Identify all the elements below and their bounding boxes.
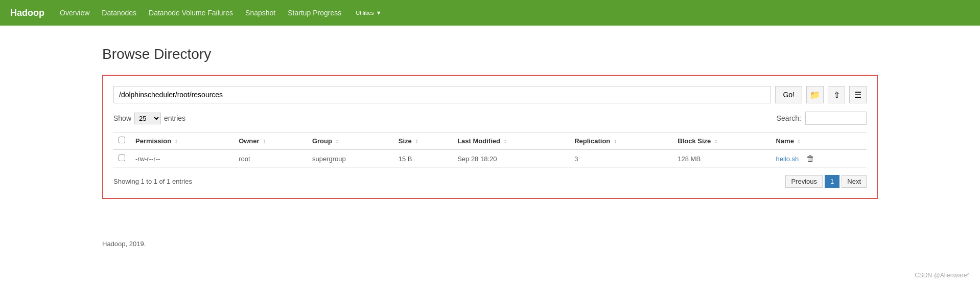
col-size-header: Size ↕ — [393, 133, 452, 150]
search-right: Search: — [777, 112, 867, 125]
col-owner-header: Owner ↕ — [234, 133, 307, 150]
path-row: Go! 📁 ⇧ ☰ — [113, 86, 867, 103]
nav-startup-progress[interactable]: Startup Progress — [288, 9, 341, 17]
select-all-checkbox[interactable] — [119, 137, 125, 143]
search-input[interactable] — [805, 112, 867, 125]
sort-size-icon[interactable]: ↕ — [415, 138, 418, 145]
delete-icon[interactable]: 🗑 — [806, 154, 814, 163]
row-last-modified: Sep 28 18:20 — [452, 149, 569, 168]
list-icon-button[interactable]: ☰ — [849, 86, 867, 103]
navbar: Hadoop Overview Datanodes Datanode Volum… — [0, 0, 980, 26]
replication-label: Replication — [574, 137, 610, 145]
name-label: Name — [776, 137, 794, 145]
row-checkbox-col — [113, 149, 130, 168]
nav-snapshot[interactable]: Snapshot — [245, 9, 275, 17]
search-label: Search: — [777, 114, 801, 122]
path-input[interactable] — [113, 86, 771, 103]
owner-label: Owner — [239, 137, 259, 145]
permission-label: Permission — [135, 137, 171, 145]
sort-last-modified-icon[interactable]: ↕ — [504, 138, 507, 145]
next-button[interactable]: Next — [842, 175, 867, 188]
row-checkbox[interactable] — [119, 155, 125, 161]
page-title: Browse Directory — [102, 46, 878, 62]
col-last-modified-header: Last Modified ↕ — [452, 133, 569, 150]
select-all-col — [113, 133, 130, 150]
col-permission-header: Permission ↕ — [130, 133, 234, 150]
sort-group-icon[interactable]: ↕ — [336, 138, 339, 145]
upload-icon-button[interactable]: ⇧ — [828, 86, 845, 103]
list-icon: ☰ — [854, 90, 861, 100]
row-name-link[interactable]: hello.sh — [776, 155, 799, 163]
block-size-label: Block Size — [678, 137, 711, 145]
row-name: hello.sh 🗑 — [771, 149, 867, 168]
file-table: Permission ↕ Owner ↕ Group ↕ Size ↕ — [113, 132, 867, 168]
entries-select[interactable]: 10 25 50 100 — [134, 113, 161, 124]
row-group: supergroup — [307, 149, 393, 168]
col-group-header: Group ↕ — [307, 133, 393, 150]
row-replication: 3 — [569, 149, 672, 168]
col-replication-header: Replication ↕ — [569, 133, 672, 150]
folder-icon: 📁 — [810, 90, 820, 100]
entries-left: Show 10 25 50 100 entries — [113, 113, 185, 124]
sort-owner-icon[interactable]: ↕ — [263, 138, 266, 145]
footer-text: Hadoop, 2019. — [102, 240, 146, 248]
row-block-size: 128 MB — [672, 149, 771, 168]
nav-datanode-volume-failures[interactable]: Datanode Volume Failures — [149, 9, 233, 17]
entries-row: Show 10 25 50 100 entries Search: — [113, 112, 867, 125]
footer: Hadoop, 2019. — [0, 230, 980, 258]
nav-datanodes[interactable]: Datanodes — [102, 9, 136, 17]
row-permission: -rw-r--r-- — [130, 149, 234, 168]
pagination-summary: Showing 1 to 1 of 1 entries — [113, 178, 192, 185]
previous-button[interactable]: Previous — [785, 175, 823, 188]
pagination-controls: Previous 1 Next — [785, 175, 867, 188]
row-owner: root — [234, 149, 307, 168]
table-header: Permission ↕ Owner ↕ Group ↕ Size ↕ — [113, 133, 867, 150]
upload-icon: ⇧ — [833, 90, 840, 100]
nav-utilities[interactable]: Utilities ▼ — [354, 10, 381, 16]
entries-label: entries — [164, 114, 185, 122]
nav-brand: Hadoop — [10, 8, 44, 18]
pagination-row: Showing 1 to 1 of 1 entries Previous 1 N… — [113, 175, 867, 188]
size-label: Size — [399, 137, 412, 145]
show-label: Show — [113, 114, 131, 122]
chevron-down-icon: ▼ — [376, 10, 382, 16]
sort-replication-icon[interactable]: ↕ — [614, 138, 617, 145]
table-row: -rw-r--r-- root supergroup 15 B Sep 28 1… — [113, 149, 867, 168]
main-content: Browse Directory Go! 📁 ⇧ ☰ Show 10 25 — [0, 26, 980, 230]
group-label: Group — [312, 137, 332, 145]
nav-overview[interactable]: Overview — [60, 9, 89, 17]
sort-permission-icon[interactable]: ↕ — [175, 138, 178, 145]
sort-name-icon[interactable]: ↕ — [798, 138, 801, 145]
row-size: 15 B — [393, 149, 452, 168]
col-name-header: Name ↕ — [771, 133, 867, 150]
col-block-size-header: Block Size ↕ — [672, 133, 771, 150]
folder-icon-button[interactable]: 📁 — [806, 86, 824, 103]
go-button[interactable]: Go! — [775, 86, 802, 103]
last-modified-label: Last Modified — [457, 137, 500, 145]
table-body: -rw-r--r-- root supergroup 15 B Sep 28 1… — [113, 149, 867, 168]
current-page: 1 — [825, 175, 839, 188]
sort-block-size-icon[interactable]: ↕ — [714, 138, 717, 145]
browse-box: Go! 📁 ⇧ ☰ Show 10 25 50 100 entries — [102, 75, 878, 199]
